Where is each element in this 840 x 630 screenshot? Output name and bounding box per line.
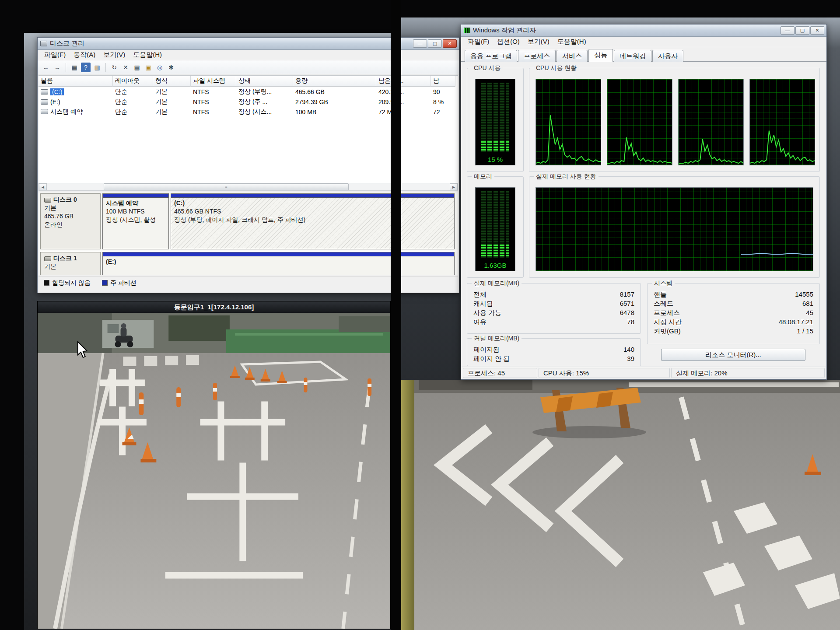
menu-help[interactable]: 도움말(H) [129, 50, 166, 60]
cpu-history-label: CPU 사용 현황 [534, 64, 579, 72]
menu-file[interactable]: 파일(F) [464, 37, 493, 47]
col-free-space[interactable]: 남은 공... [376, 76, 431, 87]
kernel-memory-group: 커널 메모리(MB) 페이지됨140 페이지 안 됨39 [467, 338, 641, 366]
col-filesystem[interactable]: 파일 시스템 [191, 76, 236, 87]
col-capacity[interactable]: 용량 [293, 76, 376, 87]
scrollbar-thumb[interactable]: ≡ [104, 183, 349, 190]
col-volume[interactable]: 볼륨 [38, 76, 113, 87]
disk-management-title: 디스크 관리 [50, 39, 84, 48]
cell-capacity: 465.66 GB [293, 88, 376, 95]
forward-icon[interactable]: → [52, 63, 62, 72]
tab-processes[interactable]: 프로세스 [518, 50, 556, 62]
tab-performance[interactable]: 성능 [588, 49, 613, 62]
delete-icon[interactable]: ✕ [121, 63, 130, 72]
memory-value: 1.63GB [476, 262, 515, 269]
cpu-history-graph-3 [678, 79, 744, 165]
memory-label: 메모리 [472, 173, 494, 181]
back-icon[interactable]: ← [41, 63, 51, 72]
cell-type: 기본 [153, 88, 191, 96]
hdd-icon [44, 256, 51, 261]
system-group: 시스템 핸들14555 스레드681 프로세스45 지정 시간48:08:17:… [647, 283, 820, 344]
volume-name: (C:) [50, 88, 64, 95]
menu-action[interactable]: 동작(A) [70, 50, 99, 60]
status-memory: 실제 메모리: 20% [671, 368, 825, 378]
tab-users[interactable]: 사용자 [652, 50, 683, 62]
settings-icon[interactable]: ✱ [166, 63, 176, 72]
maximize-button[interactable]: ▢ [428, 39, 442, 48]
toolbar-separator [105, 63, 106, 72]
col-free-pct[interactable]: 남 [431, 76, 455, 87]
properties-icon[interactable]: ▤ [132, 63, 142, 72]
memory-meter: 1.63GB [475, 187, 515, 271]
task-manager-tabs: 응용 프로그램 프로세스 서비스 성능 네트워킹 사용자 [461, 47, 826, 62]
cpu-usage-value: 15 % [476, 156, 515, 163]
volume-icon [41, 89, 48, 94]
cpu-history-graph-1 [536, 79, 601, 165]
volume-icon [41, 99, 48, 105]
task-manager-title: Windows 작업 관리자 [473, 26, 536, 35]
performance-tab-content: CPU 사용 15 % CPU 사용 현황 메모리 [462, 63, 826, 367]
cctv-title[interactable]: 동문입구1_1[172.4.12.106] [38, 301, 390, 313]
menu-view[interactable]: 보기(V) [524, 37, 553, 47]
col-status[interactable]: 상태 [236, 76, 293, 87]
cell-capacity: 100 MB [293, 108, 376, 116]
menu-help[interactable]: 도움말(H) [553, 37, 590, 47]
action-pane-icon[interactable]: ▥ [92, 63, 102, 72]
cpu-history-graph-4 [749, 79, 815, 165]
legend-unallocated: 할당되지 않음 [44, 279, 91, 287]
resource-monitor-button[interactable]: 리소스 모니터(R)... [661, 349, 805, 361]
scroll-left-arrow[interactable]: ◄ [39, 183, 47, 190]
tab-applications[interactable]: 응용 프로그램 [465, 50, 517, 62]
monitor-bezel [391, 0, 401, 630]
help-icon[interactable]: ? [81, 63, 91, 72]
tab-networking[interactable]: 네트워킹 [614, 50, 651, 62]
cell-type: 기본 [153, 98, 191, 106]
task-manager-menubar: 파일(F) 옵션(O) 보기(V) 도움말(H) [461, 37, 826, 47]
cell-layout: 단순 [113, 108, 153, 116]
cell-status: 정상 (시스... [236, 108, 293, 116]
task-manager-statusbar: 프로세스: 45 CPU 사용: 15% 실제 메모리: 20% [462, 367, 826, 379]
scroll-right-arrow[interactable]: ► [450, 183, 458, 190]
memory-history-group: 실제 메모리 사용 현황 [529, 176, 820, 278]
cell-fs: NTFS [191, 98, 236, 105]
status-cpu: CPU 사용: 15% [539, 368, 670, 378]
minimize-button[interactable]: — [780, 26, 794, 35]
disk-management-icon [40, 41, 47, 46]
volume-name: 시스템 예약 [50, 108, 83, 115]
refresh-icon[interactable]: ↻ [109, 63, 119, 72]
memory-group: 메모리 1.63GB [467, 176, 524, 278]
cpu-history-graph-2 [607, 79, 672, 165]
close-button[interactable]: ✕ [443, 39, 457, 48]
open-folder-icon[interactable]: ▣ [144, 63, 153, 72]
partition-e[interactable]: (E:) [102, 252, 455, 275]
kernel-memory-title: 커널 메모리(MB) [472, 335, 522, 343]
partition-system-reserved[interactable]: 시스템 예약 100 MB NTFS 정상 (시스템, 활성 [102, 193, 169, 249]
cell-fs: NTFS [191, 88, 236, 95]
col-type[interactable]: 형식 [153, 76, 191, 87]
cpu-usage-label: CPU 사용 [472, 64, 503, 72]
minimize-button[interactable]: — [413, 39, 427, 48]
menu-file[interactable]: 파일(F) [40, 50, 70, 60]
tab-services[interactable]: 서비스 [556, 50, 588, 62]
console-tree-icon[interactable]: ▦ [70, 63, 79, 72]
task-manager-titlebar[interactable]: Windows 작업 관리자 — ▢ ✕ [461, 24, 826, 37]
volume-icon [41, 109, 48, 114]
cell-layout: 단순 [113, 98, 153, 106]
disk0-label[interactable]: 디스크 0 기본 465.76 GB 온라인 [40, 193, 101, 249]
cell-free: 209.96 ... [376, 98, 431, 105]
physical-memory-title: 실제 메모리(MB) [472, 280, 522, 287]
close-button[interactable]: ✕ [810, 26, 824, 35]
legend-primary-partition: 주 파티션 [102, 279, 136, 287]
menu-options[interactable]: 옵션(O) [493, 37, 524, 47]
col-layout[interactable]: 레이아웃 [113, 76, 153, 87]
search-icon[interactable]: ◎ [155, 63, 164, 72]
cell-status: 정상 (주 ... [236, 98, 293, 106]
memory-history-label: 실제 메모리 사용 현황 [534, 173, 598, 181]
disk1-label[interactable]: 디스크 1 기본 [40, 252, 101, 275]
cpu-usage-group: CPU 사용 15 % [467, 68, 524, 172]
maximize-button[interactable]: ▢ [795, 26, 809, 35]
partition-c[interactable]: (C:) 465.66 GB NTFS 정상 (부팅, 페이지 파일, 크래시 … [171, 193, 455, 249]
volume-name: (E:) [50, 98, 60, 105]
primary-partition-swatch [102, 280, 108, 286]
menu-view[interactable]: 보기(V) [99, 50, 129, 60]
